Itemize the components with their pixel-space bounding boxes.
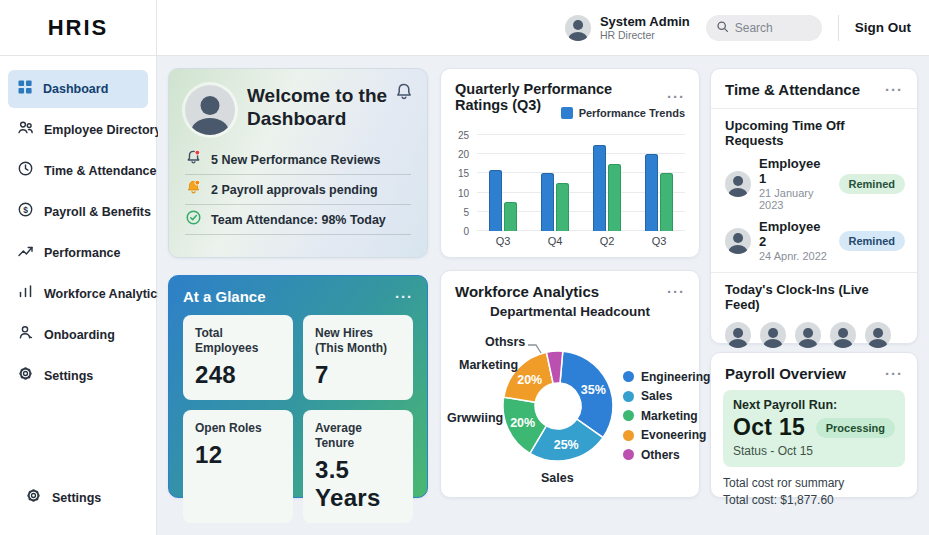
donut-legend: Engineering Sales Marketing Evoneering O… [623,367,710,465]
sidebar-item-performance[interactable]: Performance [8,233,148,272]
sidebar-footer-settings[interactable]: Settings [16,478,140,517]
legend-dot [623,430,634,441]
legend-item: Others [623,445,710,465]
employee-avatar [725,171,751,197]
next-payroll-date: Oct 15 [733,414,805,441]
bell-icon[interactable] [394,82,414,106]
search-box[interactable] [706,15,822,41]
sidebar-item-onboarding[interactable]: Onboarding [8,315,148,354]
employee-name: Employee 1 [759,156,831,186]
bell-orange-icon [185,179,202,200]
at-a-glance-card: At a Glance ··· Total Employees 248 New … [168,275,428,498]
bar [489,170,502,231]
gear-icon [17,365,34,386]
more-options-icon[interactable]: ··· [885,85,903,95]
sidebar-item-workforce-analytics[interactable]: Workforce Analytics [8,274,148,313]
divider [711,108,917,109]
bar-chart-icon [17,283,34,304]
notification-text: Team Attendance: 98% Today [211,213,386,227]
glance-grid: Total Employees 248 New Hires (This Mont… [183,315,413,483]
header-right: System Admin HR Directer Sign Out [565,0,929,55]
bar-yaxis: 0510152025 [449,135,473,231]
y-axis-tick: 25 [458,130,469,141]
bar-legend: Performance Trends [561,107,685,119]
main-content: Welcome to the Dashboard 5 New Performan… [158,56,929,535]
bar-groups [477,135,685,231]
bar [541,173,554,231]
more-options-icon[interactable]: ··· [395,292,413,302]
app-logo: HRIS [48,15,109,41]
quarterly-performance-card: Quarterly Performance Ratings (Q3) ··· P… [440,68,700,258]
sidebar-item-label: Payroll & Benefits [44,205,151,219]
welcome-card: Welcome to the Dashboard 5 New Performan… [168,68,428,258]
payroll-overview-card: Payroll Overview ··· Next Payroll Run: O… [710,352,918,498]
sign-out-button[interactable]: Sign Out [838,15,911,41]
donut-outer-label-sales: Sales [541,471,574,485]
bar [504,202,517,231]
y-axis-tick: 5 [463,206,469,217]
processing-badge: Processing [816,418,895,438]
next-payroll-label: Next Payroll Run: [733,398,895,412]
more-options-icon[interactable]: ··· [667,92,685,102]
legend-swatch [561,107,573,119]
legend-label: Sales [641,389,672,403]
payroll-status-line: Status - Oct 15 [733,444,895,458]
bar [593,145,606,231]
sidebar-item-dashboard[interactable]: Dashboard [8,70,148,108]
sidebar-item-label: Onboarding [44,328,115,342]
section-title: Today's Clock-Ins (Live Feed) [725,282,903,312]
stat-value: 248 [195,361,281,389]
bar [645,154,658,231]
legend-label: Evoneering [641,428,706,442]
time-off-request-row[interactable]: Employee 2 24 Apnr. 2022 Remined [725,219,905,262]
request-date: 21 January 2023 [759,187,831,211]
sidebar-item-label: Workforce Analytics [44,287,164,301]
card-title: At a Glance [183,288,266,305]
label-connector-line [527,341,543,359]
bar-group [645,135,673,231]
y-axis-tick: 10 [458,187,469,198]
stat-label: Total Employees [195,326,281,356]
search-input[interactable] [735,21,815,35]
legend-dot [623,410,634,421]
people-icon [17,119,34,140]
notification-row: Team Attendance: 98% Today [185,205,411,235]
user-chip[interactable]: System Admin HR Directer [565,14,690,42]
clock-in-avatar [795,322,821,348]
stat-value: 3.5 Years [315,456,401,512]
user-role: HR Directer [600,29,690,41]
legend-label: Marketing [641,409,698,423]
clock-in-avatar [830,322,856,348]
more-options-icon[interactable]: ··· [885,369,903,379]
employee-avatar [725,228,751,254]
legend-dot [623,391,634,402]
user-name: System Admin [600,14,690,30]
workforce-analytics-card: Workforce Analytics ··· Departmental Hea… [440,270,700,498]
sidebar-item-time-attendance[interactable]: Time & Attendance [8,151,148,190]
time-attendance-card: Time & Attendance ··· Upcoming Time Off … [710,68,918,344]
sidebar-item-employee-directory[interactable]: Employee Directory [8,110,148,149]
sidebar-item-label: Settings [52,491,101,505]
sidebar-item-payroll-benefits[interactable]: $ Payroll & Benefits [8,192,148,231]
dashboard-grid-icon [17,79,33,99]
time-off-request-row[interactable]: Employee 1 21 January 2023 Remined [725,156,905,211]
notification-list: 5 New Performance Reviews 2 Payroll appr… [185,145,411,235]
legend-item: Evoneering [623,426,710,446]
y-axis-tick: 20 [458,149,469,160]
stat-tile-average-tenure: Average Tenure 3.5 Years [303,410,413,523]
donut-outer-label-others: Othsrs [485,335,525,349]
stat-label: Open Roles [195,421,281,436]
x-axis-tick: Q4 [548,235,563,247]
bar [608,164,621,231]
search-icon [716,19,729,37]
slice-percent-label: 35% [581,383,606,397]
card-title: Workforce Analytics [455,283,599,300]
sidebar-item-settings[interactable]: Settings [8,356,148,395]
dollar-circle-icon: $ [17,201,34,222]
payroll-totals: Total cost ror summary Total cost: $1,87… [723,475,905,510]
stat-value: 12 [195,441,281,469]
more-options-icon[interactable]: ··· [667,287,685,297]
stat-tile-new-hires: New Hires (This Month) 7 [303,315,413,400]
notification-text: 2 Payroll approvals pending [211,183,378,197]
logo-box: HRIS [0,0,157,55]
